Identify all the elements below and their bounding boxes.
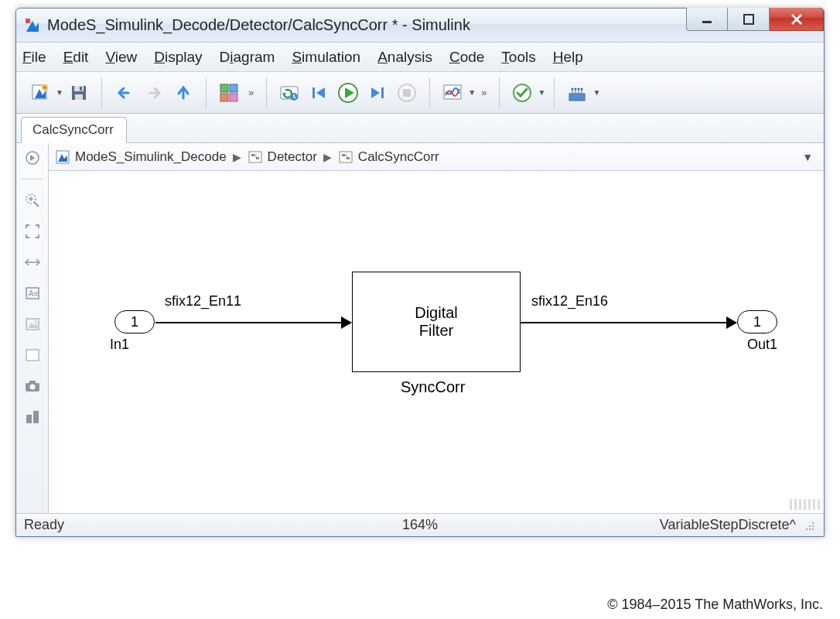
outport-label: Out1: [747, 337, 777, 353]
step-forward-button[interactable]: [364, 80, 391, 106]
svg-marker-34: [30, 155, 35, 161]
up-button[interactable]: [170, 80, 196, 106]
inport-block[interactable]: 1 In1: [114, 310, 155, 353]
build-dropdown[interactable]: ▼: [592, 88, 601, 97]
model-browser-button[interactable]: [21, 407, 44, 427]
svg-rect-50: [251, 154, 254, 156]
inspector-dropdown[interactable]: ▼: [467, 88, 476, 97]
minimize-button[interactable]: [686, 8, 728, 31]
menu-simulation[interactable]: Simulation: [292, 49, 360, 66]
svg-rect-45: [26, 415, 32, 423]
step-back-button[interactable]: [306, 80, 332, 106]
breadcrumb-detector[interactable]: Detector: [268, 149, 317, 165]
update-diagram-button[interactable]: [276, 80, 302, 106]
run-button[interactable]: [335, 80, 361, 106]
svg-rect-10: [80, 87, 82, 91]
svg-rect-53: [342, 154, 345, 156]
menu-analysis[interactable]: Analysis: [377, 49, 432, 66]
svg-marker-22: [371, 87, 380, 98]
stop-button[interactable]: [394, 80, 420, 106]
svg-rect-11: [220, 84, 228, 92]
chevron-right-icon: ▶: [231, 151, 243, 163]
toolbar-more-1[interactable]: »: [244, 87, 258, 98]
subsystem-icon: [248, 149, 263, 165]
svg-rect-14: [230, 94, 237, 101]
block-text-2: Filter: [419, 322, 453, 340]
wire-out[interactable]: [521, 322, 729, 323]
scroll-indicator: [790, 499, 821, 510]
resize-grip[interactable]: [802, 518, 816, 532]
maximize-button[interactable]: [728, 8, 770, 31]
svg-marker-19: [316, 87, 325, 98]
svg-rect-46: [33, 411, 39, 423]
build-button[interactable]: [564, 80, 590, 106]
back-button[interactable]: [111, 80, 138, 106]
svg-rect-54: [347, 157, 350, 159]
chevron-right-icon: ▶: [322, 151, 333, 163]
hide-browser-button[interactable]: [21, 148, 44, 168]
tab-calcsynccorr[interactable]: CalcSyncCorr: [21, 117, 127, 143]
outport-block[interactable]: 1 Out1: [737, 310, 777, 353]
area-button[interactable]: [21, 345, 44, 365]
status-solver[interactable]: VariableStepDiscrete^: [660, 517, 796, 533]
close-button[interactable]: [770, 8, 824, 31]
breadcrumb-menu[interactable]: ▼: [802, 151, 818, 163]
toolbar-more-2[interactable]: »: [476, 87, 491, 98]
app-icon: [24, 17, 41, 34]
model-advisor-button[interactable]: [509, 80, 535, 106]
menu-diagram[interactable]: Diagram: [220, 49, 275, 66]
menu-display[interactable]: Display: [154, 49, 202, 66]
svg-rect-51: [256, 157, 259, 159]
breadcrumb-root[interactable]: ModeS_Simulink_Decode: [75, 149, 227, 165]
svg-rect-41: [26, 350, 39, 361]
svg-rect-8: [74, 86, 84, 91]
fit-view-button[interactable]: [21, 221, 44, 241]
menu-code[interactable]: Code: [449, 49, 484, 66]
svg-rect-12: [230, 84, 237, 92]
advisor-dropdown[interactable]: ▼: [537, 88, 546, 97]
breadcrumb-leaf[interactable]: CalcSyncCorr: [358, 149, 439, 165]
save-button[interactable]: [66, 80, 92, 106]
library-browser-button[interactable]: [216, 80, 242, 106]
status-bar: Ready 164% VariableStepDiscrete^: [16, 513, 824, 536]
annotation-button[interactable]: A≡: [21, 283, 44, 303]
wire-in[interactable]: [155, 322, 344, 323]
menu-tools[interactable]: Tools: [501, 49, 535, 66]
toggle-perspectives-button[interactable]: [21, 252, 44, 272]
svg-point-40: [34, 321, 36, 323]
menu-edit[interactable]: Edit: [63, 49, 89, 66]
signal-type-out: sfix12_En16: [531, 293, 608, 310]
image-button[interactable]: [21, 314, 44, 334]
menu-view[interactable]: View: [105, 49, 137, 66]
titlebar[interactable]: ModeS_Simulink_Decode/Detector/CalcSyncC…: [16, 9, 824, 43]
toolbar: ▼ » ▼ » ▼: [16, 72, 824, 114]
digital-filter-block[interactable]: Digital Filter: [352, 272, 521, 372]
data-inspector-button[interactable]: [439, 80, 466, 106]
svg-rect-2: [702, 21, 712, 23]
screenshot-button[interactable]: [21, 376, 44, 396]
svg-rect-9: [75, 94, 83, 100]
svg-rect-28: [569, 94, 585, 101]
menu-file[interactable]: File: [22, 49, 46, 66]
block-text-1: Digital: [415, 304, 458, 322]
tab-strip: CalcSyncCorr: [16, 114, 824, 143]
new-model-button[interactable]: [27, 80, 53, 106]
zoom-tool-button[interactable]: [21, 190, 44, 210]
svg-rect-49: [249, 152, 261, 162]
status-zoom[interactable]: 164%: [402, 517, 438, 533]
menu-bar: File Edit View Display Diagram Simulatio…: [16, 43, 824, 72]
outport-number: 1: [753, 314, 761, 330]
svg-point-44: [29, 385, 35, 390]
model-top-icon[interactable]: [55, 149, 70, 165]
app-window: ModeS_Simulink_Decode/Detector/CalcSyncC…: [15, 8, 825, 537]
diagram-canvas[interactable]: 1 In1 sfix12_En11 Digital Filter SyncCor…: [49, 171, 824, 513]
forward-button[interactable]: [141, 80, 167, 106]
new-dropdown[interactable]: ▼: [55, 88, 64, 97]
palette-bar: A≡: [16, 143, 49, 513]
menu-help[interactable]: Help: [553, 49, 583, 66]
svg-rect-23: [381, 87, 384, 98]
status-state: Ready: [24, 517, 64, 533]
svg-marker-39: [28, 323, 38, 328]
breadcrumb: ModeS_Simulink_Decode ▶ Detector ▶ CalcS…: [49, 143, 824, 171]
svg-rect-3: [744, 15, 753, 24]
